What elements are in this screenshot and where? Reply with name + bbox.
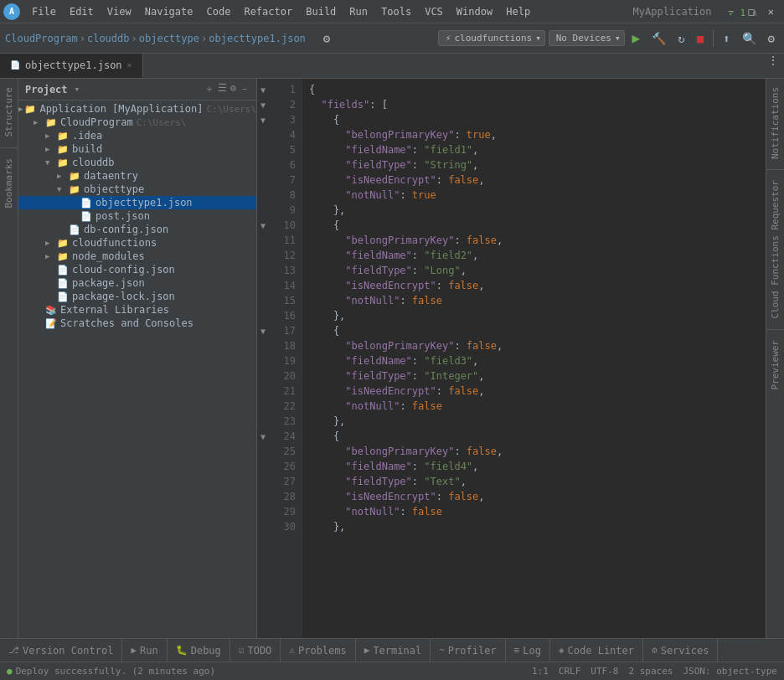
menu-run[interactable]: Run: [343, 4, 374, 19]
bottom-btn-todo[interactable]: ☑TODO: [230, 639, 281, 662]
tree-item[interactable]: ▼📁clouddb: [18, 156, 256, 169]
tree-item[interactable]: ▶📁.idea: [18, 129, 256, 142]
device-config-dropdown[interactable]: No Devices ▾: [549, 30, 625, 46]
code-line[interactable]: "fieldType": "String",: [309, 157, 759, 173]
fold-marker[interactable]: [257, 203, 269, 218]
build-button[interactable]: 🔨: [647, 29, 670, 48]
right-tab-notifications[interactable]: Notifications: [766, 79, 784, 167]
tab-close-button[interactable]: ✕: [127, 60, 132, 70]
breadcrumb-item-1[interactable]: clouddb: [87, 33, 130, 44]
breadcrumb-item-2[interactable]: objecttype: [139, 33, 199, 44]
right-tab-cloud-functions[interactable]: Cloud Functions Requestor: [766, 172, 784, 327]
bottom-btn-problems[interactable]: ⚠Problems: [281, 639, 355, 662]
deploy-button[interactable]: ⬆: [719, 29, 734, 48]
fold-marker[interactable]: ▼: [257, 218, 269, 233]
code-line[interactable]: "notNull": false: [309, 399, 759, 414]
tree-arrow-icon[interactable]: ▶: [57, 172, 67, 180]
code-line[interactable]: },: [309, 519, 759, 534]
menu-vcs[interactable]: VCS: [418, 4, 450, 19]
tree-item[interactable]: 📄db-config.json: [18, 223, 256, 236]
code-line[interactable]: },: [309, 308, 759, 323]
fold-marker[interactable]: ▼: [257, 323, 269, 338]
code-line[interactable]: "notNull": false: [309, 293, 759, 308]
code-line[interactable]: "fieldType": "Long",: [309, 263, 759, 278]
menu-window[interactable]: Window: [450, 4, 499, 19]
tree-arrow-icon[interactable]: ▶: [18, 105, 23, 113]
tree-arrow-icon[interactable]: ▶: [34, 118, 44, 126]
indent-size[interactable]: 2 spaces: [628, 666, 673, 677]
filetype[interactable]: JSON: object-type: [683, 666, 777, 677]
fold-marker[interactable]: ▼: [257, 97, 269, 112]
left-tab-bookmarks[interactable]: Bookmarks: [0, 150, 18, 217]
close-button[interactable]: ✕: [761, 4, 781, 19]
reload-button[interactable]: ↻: [673, 29, 689, 48]
tree-item[interactable]: ▼📁objecttype: [18, 183, 256, 196]
tree-item[interactable]: ▶📁CloudProgramC:\Users\: [18, 116, 256, 129]
bottom-btn-run[interactable]: ▶Run: [122, 639, 167, 662]
tree-item[interactable]: ▶📁build: [18, 142, 256, 156]
search-button[interactable]: 🔍: [738, 29, 761, 48]
menu-help[interactable]: Help: [499, 4, 537, 19]
tree-item[interactable]: 📄post.json: [18, 209, 256, 223]
tree-arrow-icon[interactable]: ▼: [57, 185, 67, 193]
encoding[interactable]: UTF-8: [591, 666, 618, 677]
tab-objecttype1-json[interactable]: 📄 objecttype1.json ✕: [0, 54, 143, 78]
menu-refactor[interactable]: Refactor: [237, 4, 299, 19]
code-line[interactable]: "fields": [: [309, 97, 759, 112]
tree-item[interactable]: 📄package.json: [18, 276, 256, 290]
cursor-position[interactable]: 1:1: [532, 666, 549, 677]
line-separator[interactable]: CRLF: [559, 666, 581, 677]
bottom-btn-services[interactable]: ⚙Services: [643, 639, 718, 662]
code-line[interactable]: "fieldName": "field3",: [309, 353, 759, 368]
code-line[interactable]: },: [309, 414, 759, 429]
settings-button[interactable]: ⚙: [764, 29, 779, 48]
bottom-btn-terminal[interactable]: ▶Terminal: [356, 639, 431, 662]
code-line[interactable]: "isNeedEncrypt": false,: [309, 278, 759, 293]
code-line[interactable]: "belongPrimaryKey": false,: [309, 338, 759, 353]
breadcrumb-item-0[interactable]: CloudProgram: [5, 33, 78, 44]
code-line[interactable]: "fieldType": "Text",: [309, 474, 759, 489]
tree-arrow-icon[interactable]: ▼: [45, 158, 55, 167]
menu-tools[interactable]: Tools: [374, 4, 418, 19]
panel-settings-icon[interactable]: ⚙: [230, 82, 236, 96]
menu-code[interactable]: Code: [200, 4, 238, 19]
code-line[interactable]: "isNeedEncrypt": false,: [309, 489, 759, 504]
stop-button[interactable]: ■: [693, 29, 708, 48]
tree-item[interactable]: ▶📁dataentry: [18, 169, 256, 183]
left-tab-structure[interactable]: Structure: [0, 79, 18, 146]
code-line[interactable]: "isNeedEncrypt": false,: [309, 384, 759, 399]
bottom-btn-debug[interactable]: 🐛Debug: [168, 639, 230, 662]
fold-marker[interactable]: [257, 414, 269, 429]
bottom-btn-profiler[interactable]: ~Profiler: [431, 639, 505, 662]
menu-navigate[interactable]: Navigate: [138, 4, 200, 19]
code-line[interactable]: {: [309, 429, 759, 444]
add-icon[interactable]: ＋: [204, 82, 214, 96]
code-line[interactable]: "fieldName": "field4",: [309, 459, 759, 474]
bottom-btn-log[interactable]: ≡Log: [506, 639, 550, 662]
code-line[interactable]: {: [309, 82, 759, 97]
breadcrumb-item-3[interactable]: objecttype1.json: [209, 33, 306, 44]
run-button[interactable]: ▶: [628, 28, 645, 49]
code-editor[interactable]: { "fields": [ { "belongPrimaryKey": true…: [302, 79, 766, 638]
tree-item[interactable]: 📚External Libraries: [18, 303, 256, 317]
bottom-btn-code-linter[interactable]: ◈Code Linter: [550, 639, 643, 662]
code-line[interactable]: "belongPrimaryKey": false,: [309, 444, 759, 459]
tree-arrow-icon[interactable]: ▶: [45, 252, 55, 260]
fold-marker[interactable]: ▼: [257, 82, 269, 97]
code-line[interactable]: "isNeedEncrypt": false,: [309, 173, 759, 188]
panel-dropdown-icon[interactable]: ▾: [75, 84, 80, 95]
fold-marker[interactable]: ▼: [257, 112, 269, 127]
tree-item[interactable]: ▶📁Application [MyApplication]C:\Users\: [18, 102, 256, 116]
tree-arrow-icon[interactable]: ▶: [45, 145, 55, 153]
code-line[interactable]: {: [309, 323, 759, 338]
tree-item[interactable]: ▶📁cloudfunctions: [18, 236, 256, 250]
tree-item[interactable]: ▶📁node_modules: [18, 250, 256, 263]
right-tab-previewer[interactable]: Previewer: [766, 332, 784, 399]
code-line[interactable]: "notNull": false: [309, 504, 759, 519]
code-line[interactable]: "fieldName": "field2",: [309, 248, 759, 263]
menu-file[interactable]: File: [25, 4, 63, 19]
fold-marker[interactable]: [257, 308, 269, 323]
menu-build[interactable]: Build: [299, 4, 343, 19]
tree-item[interactable]: 📝Scratches and Consoles: [18, 317, 256, 330]
tree-arrow-icon[interactable]: ▶: [45, 131, 55, 140]
